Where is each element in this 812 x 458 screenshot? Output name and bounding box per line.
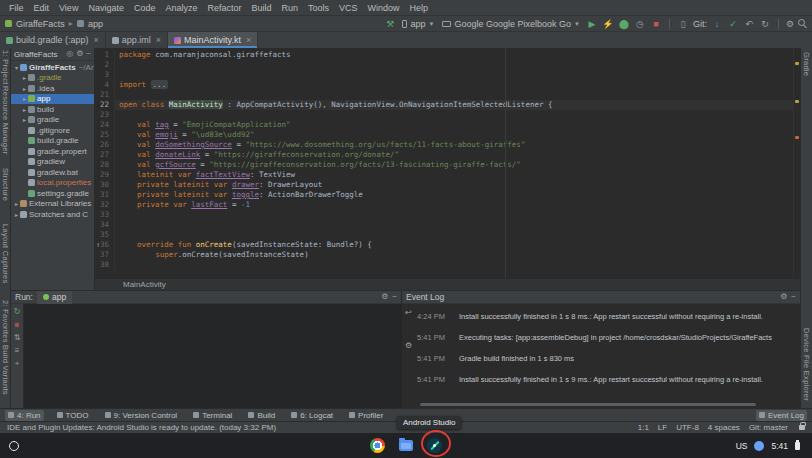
menu-help[interactable]: Help bbox=[405, 3, 434, 13]
status-lf[interactable]: LF bbox=[658, 423, 667, 432]
menu-window[interactable]: Window bbox=[363, 3, 405, 13]
breadcrumb-project[interactable]: GiraffeFacts bbox=[16, 19, 65, 29]
toolwindow-button-6-logcat[interactable]: 6: Logcat bbox=[288, 410, 336, 421]
git-history-icon[interactable]: ↻ bbox=[759, 17, 771, 31]
toolwindow-button-terminal[interactable]: Terminal bbox=[190, 410, 235, 421]
code-line[interactable]: 28 val gcfSource = "https://giraffeconse… bbox=[95, 160, 800, 170]
tree-arrow-icon[interactable]: ▸ bbox=[21, 95, 28, 102]
settings-wrench-icon[interactable]: ⚙ bbox=[405, 341, 412, 350]
locate-icon[interactable]: ◎ bbox=[66, 50, 73, 58]
device-selector[interactable]: Google Google Pixelbook Go ▼ bbox=[440, 19, 582, 29]
tree-item-gradle[interactable]: ▸.gradle bbox=[11, 73, 94, 84]
soft-wrap-icon[interactable]: ↩ bbox=[405, 308, 412, 317]
profiler-icon[interactable]: ◷ bbox=[634, 17, 646, 31]
git-update-icon[interactable]: ↓ bbox=[711, 17, 723, 31]
toolwindow-button-9-version-control[interactable]: 9: Version Control bbox=[102, 410, 181, 421]
system-tray[interactable]: US 5:41 bbox=[728, 439, 808, 453]
code-line[interactable]: 2 bbox=[95, 60, 800, 70]
menu-build[interactable]: Build bbox=[246, 3, 276, 13]
menu-tools[interactable]: Tools bbox=[303, 3, 334, 13]
tree-arrow-icon[interactable]: ▸ bbox=[21, 116, 28, 123]
status-utf-8[interactable]: UTF-8 bbox=[676, 423, 699, 432]
settings-gear-icon[interactable]: ⚙ bbox=[786, 19, 794, 29]
files-app-icon[interactable] bbox=[399, 440, 413, 451]
tree-arrow-icon[interactable]: ▸ bbox=[13, 211, 20, 218]
code-line[interactable]: 3 bbox=[95, 70, 800, 80]
tree-item-gitignore[interactable]: .gitignore bbox=[11, 125, 94, 136]
tool-strip-resource-manager[interactable]: Resource Manager bbox=[1, 86, 10, 155]
tool-strip-2-favorites[interactable]: 2: Favorites bbox=[1, 300, 10, 343]
menu-refactor[interactable]: Refactor bbox=[202, 3, 246, 13]
tool-strip-layout-captures[interactable]: Layout Captures bbox=[1, 224, 10, 284]
tree-item-gradle-propert[interactable]: gradle.propert bbox=[11, 146, 94, 157]
run-configuration-selector[interactable]: app ▼ bbox=[400, 19, 436, 29]
tree-item-gradle[interactable]: ▸gradle bbox=[11, 115, 94, 126]
tree-arrow-icon[interactable]: ▸ bbox=[21, 85, 28, 92]
warning-mark[interactable] bbox=[795, 62, 799, 65]
code-line[interactable]: 27 val donateLink = "https://giraffecons… bbox=[95, 150, 800, 160]
stop-button[interactable]: ■ bbox=[650, 17, 662, 31]
warning-mark[interactable] bbox=[795, 100, 799, 103]
menu-file[interactable]: File bbox=[4, 3, 29, 13]
tree-item-idea[interactable]: ▸.idea bbox=[11, 83, 94, 94]
editor-tab-build-gradle-app[interactable]: build.gradle (:app)× bbox=[0, 32, 106, 48]
tree-item-external-libraries[interactable]: ▸External Libraries bbox=[11, 199, 94, 210]
toolwindow-button-build[interactable]: Build bbox=[245, 410, 278, 421]
tree-item-gradlew[interactable]: gradlew bbox=[11, 157, 94, 168]
menu-code[interactable]: Code bbox=[129, 3, 161, 13]
tree-arrow-icon[interactable]: ▸ bbox=[21, 106, 28, 113]
code-line[interactable]: 26 val doSomethingSource = "https://www.… bbox=[95, 140, 800, 150]
breadcrumb[interactable]: MainActivity bbox=[95, 278, 800, 290]
code-line[interactable]: 1package com.naranjaconsal.giraffefacts bbox=[95, 50, 800, 60]
input-language-badge[interactable]: US bbox=[736, 441, 748, 451]
tool-strip-gradle[interactable]: Gradle bbox=[802, 52, 811, 76]
chrome-icon[interactable] bbox=[370, 438, 385, 453]
device-manager-icon[interactable]: ▯ bbox=[677, 17, 689, 31]
tool-strip-build-variants[interactable]: Build Variants bbox=[1, 345, 10, 395]
tree-item-gradlew-bat[interactable]: gradlew.bat bbox=[11, 167, 94, 178]
toolwindow-button-todo[interactable]: TODO bbox=[54, 410, 92, 421]
run-button[interactable]: ▶ bbox=[586, 17, 598, 31]
code-line[interactable]: 35 bbox=[95, 230, 800, 240]
hide-panel-icon[interactable]: − bbox=[86, 50, 91, 58]
tool-strip-structure[interactable]: Structure bbox=[1, 168, 10, 201]
code-line[interactable]: 29 lateinit var factTextView: TextView bbox=[95, 170, 800, 180]
horizontal-scrollbar[interactable] bbox=[420, 403, 756, 406]
code-line[interactable]: 31 private lateinit var toggle: ActionBa… bbox=[95, 190, 800, 200]
apply-changes-icon[interactable]: ⚡ bbox=[602, 17, 614, 31]
status-message[interactable]: IDE and Plugin Updates: Android Studio i… bbox=[7, 423, 638, 432]
hide-panel-icon[interactable]: − bbox=[791, 293, 796, 301]
launcher-icon[interactable] bbox=[9, 441, 19, 451]
close-tab-icon[interactable]: × bbox=[246, 35, 251, 45]
gear-icon[interactable]: ⚙ bbox=[381, 293, 388, 301]
code-line[interactable]: ↑36 override fun onCreate(savedInstanceS… bbox=[95, 240, 800, 250]
tool-strip-1-project[interactable]: 1: Project bbox=[1, 50, 10, 85]
clock[interactable]: 5:41 bbox=[771, 441, 788, 451]
tree-item-build[interactable]: ▸build bbox=[11, 104, 94, 115]
tree-item-scratches-and-c[interactable]: ▸Scratches and C bbox=[11, 209, 94, 220]
warning-mark[interactable] bbox=[795, 136, 799, 139]
menu-edit[interactable]: Edit bbox=[29, 3, 55, 13]
stop-icon[interactable]: ■ bbox=[15, 320, 20, 329]
code-line[interactable]: 30 private lateinit var drawer: DrawerLa… bbox=[95, 180, 800, 190]
close-tab-icon[interactable]: × bbox=[94, 35, 99, 45]
code-line[interactable]: 33 bbox=[95, 210, 800, 220]
code-line[interactable]: 34 bbox=[95, 220, 800, 230]
code-line[interactable]: 24 val tag = "EmojiCompatApplication" bbox=[95, 120, 800, 130]
status-git-master[interactable]: Git: master bbox=[749, 423, 788, 432]
code-line[interactable]: 22open class MainActivity : AppCompatAct… bbox=[95, 100, 800, 110]
menu-view[interactable]: View bbox=[54, 3, 83, 13]
code-line[interactable]: 23 bbox=[95, 110, 800, 120]
search-icon[interactable] bbox=[798, 19, 807, 28]
tree-arrow-icon[interactable]: ▾ bbox=[13, 64, 20, 71]
close-tab-icon[interactable]: × bbox=[156, 35, 161, 45]
code-line[interactable]: 38 bbox=[95, 260, 800, 270]
menu-run[interactable]: Run bbox=[277, 3, 304, 13]
toolwindow-button-4-run[interactable]: 4: Run bbox=[5, 410, 44, 421]
toolwindow-button-event-log[interactable]: Event Log bbox=[756, 410, 807, 421]
tree-item-settings-gradle[interactable]: settings.gradle bbox=[11, 188, 94, 199]
code-line[interactable]: 32 private var lastFact = -1 bbox=[95, 200, 800, 210]
run-console[interactable] bbox=[24, 304, 401, 408]
tree-arrow-icon[interactable]: ▸ bbox=[21, 74, 28, 81]
editor-tab-mainactivity-kt[interactable]: MainActivity.kt× bbox=[168, 32, 258, 48]
